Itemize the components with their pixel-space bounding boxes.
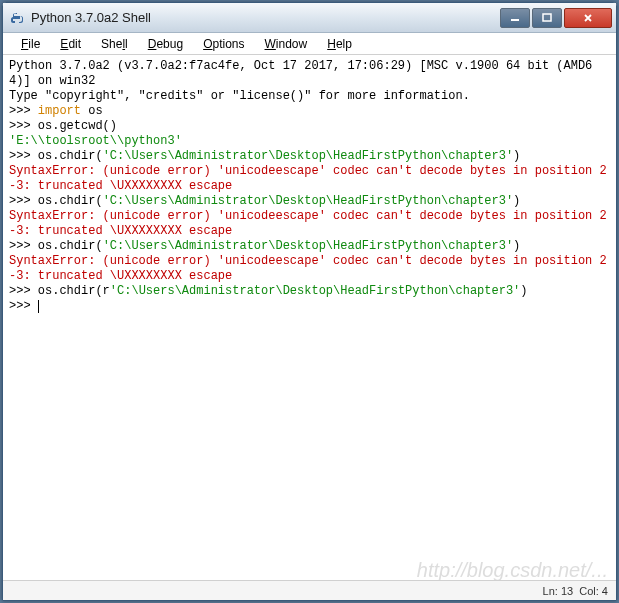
code-text: )	[513, 149, 520, 163]
close-button[interactable]	[564, 8, 612, 28]
menu-edit[interactable]: Edit	[50, 35, 91, 53]
watermark-text: http://blog.csdn.net/...	[417, 563, 608, 578]
code-text: )	[513, 194, 520, 208]
code-text: >>> os.chdir(	[9, 194, 103, 208]
error-text: SyntaxError: (unicode error) 'unicodeesc…	[9, 254, 607, 283]
status-col: Col: 4	[579, 585, 608, 597]
menu-options[interactable]: Options	[193, 35, 254, 53]
menubar: File Edit Shell Debug Options Window Hel…	[3, 33, 616, 55]
minimize-button[interactable]	[500, 8, 530, 28]
prompt: >>>	[9, 299, 38, 313]
code-text: >>> os.chdir(	[9, 149, 103, 163]
text-cursor	[38, 300, 39, 313]
code-text: os	[81, 104, 103, 118]
string-literal: 'C:\Users\Administrator\Desktop\HeadFirs…	[103, 149, 513, 163]
python-icon	[9, 10, 25, 26]
error-text: SyntaxError: (unicode error) 'unicodeesc…	[9, 164, 607, 193]
error-text: SyntaxError: (unicode error) 'unicodeesc…	[9, 209, 607, 238]
menu-debug[interactable]: Debug	[138, 35, 193, 53]
string-literal: 'C:\Users\Administrator\Desktop\HeadFirs…	[110, 284, 520, 298]
menu-file[interactable]: File	[11, 35, 50, 53]
banner-line: Python 3.7.0a2 (v3.7.0a2:f7ac4fe, Oct 17…	[9, 59, 592, 88]
code-text: )	[520, 284, 527, 298]
code-text: >>> os.chdir(	[9, 239, 103, 253]
prompt: >>>	[9, 104, 38, 118]
banner-line: Type "copyright", "credits" or "license(…	[9, 89, 470, 103]
code-text: )	[513, 239, 520, 253]
svg-rect-1	[511, 19, 519, 21]
output-string: 'E:\\toolsroot\\python3'	[9, 134, 182, 148]
window-title: Python 3.7.0a2 Shell	[31, 10, 498, 25]
window-controls	[498, 8, 612, 28]
menu-shell[interactable]: Shell	[91, 35, 138, 53]
shell-content[interactable]: Python 3.7.0a2 (v3.7.0a2:f7ac4fe, Oct 17…	[3, 55, 616, 580]
string-literal: 'C:\Users\Administrator\Desktop\HeadFirs…	[103, 239, 513, 253]
code-text: >>> os.chdir(r	[9, 284, 110, 298]
menu-window[interactable]: Window	[255, 35, 318, 53]
app-window: Python 3.7.0a2 Shell File Edit Shell Deb…	[2, 2, 617, 601]
string-literal: 'C:\Users\Administrator\Desktop\HeadFirs…	[103, 194, 513, 208]
titlebar[interactable]: Python 3.7.0a2 Shell	[3, 3, 616, 33]
code-line: >>> os.getcwd()	[9, 119, 117, 133]
svg-point-0	[14, 12, 15, 13]
keyword: import	[38, 104, 81, 118]
menu-help[interactable]: Help	[317, 35, 362, 53]
status-line: Ln: 13	[543, 585, 574, 597]
statusbar: Ln: 13 Col: 4	[3, 580, 616, 600]
maximize-button[interactable]	[532, 8, 562, 28]
svg-rect-2	[543, 14, 551, 21]
